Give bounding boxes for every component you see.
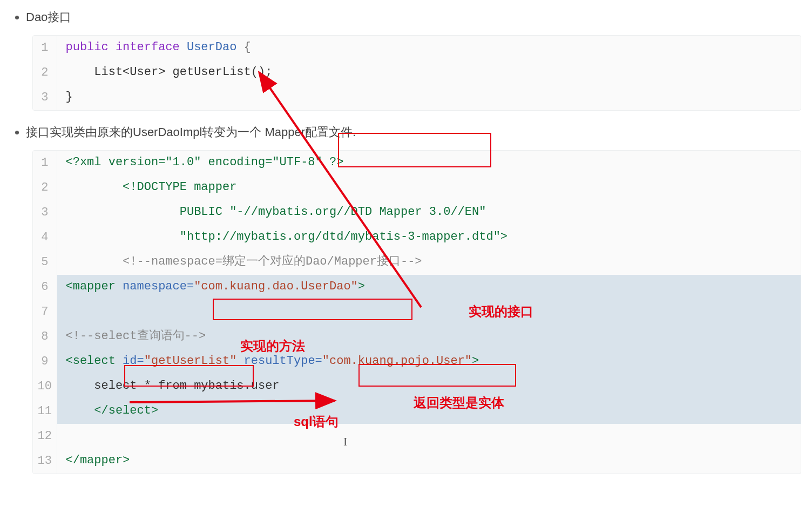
document-wrap: Dao接口 1public interface UserDao { 2 List… xyxy=(11,8,801,474)
text-cursor-icon: I xyxy=(343,432,347,451)
code-block-xml: 1<?xml version="1.0" encoding="UTF-8" ?>… xyxy=(32,150,801,474)
bullet-dao: Dao接口 xyxy=(26,8,801,26)
code-block-java: 1public interface UserDao { 2 List<User>… xyxy=(32,35,801,111)
bullet-mapper: 接口实现类由原来的UserDaoImpl转变为一个 Mapper配置文件. xyxy=(26,123,801,141)
